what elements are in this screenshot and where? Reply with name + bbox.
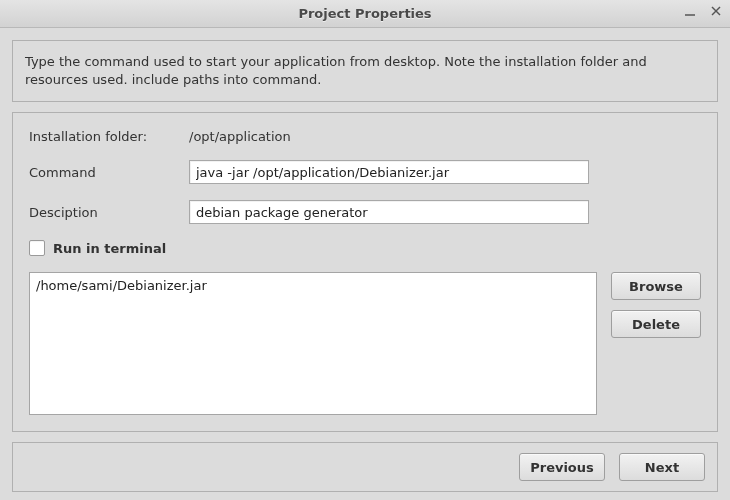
description-input[interactable]	[189, 200, 589, 224]
help-text-frame: Type the command used to start your appl…	[12, 40, 718, 102]
file-list[interactable]: /home/sami/Debianizer.jar	[29, 272, 597, 415]
run-in-terminal-row: Run in terminal	[29, 240, 701, 256]
description-row: Desciption	[29, 200, 701, 224]
wizard-button-bar: Previous Next	[12, 442, 718, 492]
browse-button[interactable]: Browse	[611, 272, 701, 300]
next-button[interactable]: Next	[619, 453, 705, 481]
description-label: Desciption	[29, 205, 189, 220]
file-buttons: Browse Delete	[611, 272, 701, 415]
close-button[interactable]	[708, 4, 724, 20]
form-frame: Installation folder: /opt/application Co…	[12, 112, 718, 432]
delete-button[interactable]: Delete	[611, 310, 701, 338]
help-text: Type the command used to start your appl…	[25, 54, 647, 87]
project-properties-window: Project Properties Type the command used…	[0, 0, 730, 500]
minimize-button[interactable]	[682, 4, 698, 20]
list-item[interactable]: /home/sami/Debianizer.jar	[36, 277, 590, 295]
title-bar: Project Properties	[0, 0, 730, 28]
command-label: Command	[29, 165, 189, 180]
install-folder-row: Installation folder: /opt/application	[29, 129, 701, 144]
install-folder-label: Installation folder:	[29, 129, 189, 144]
run-in-terminal-label: Run in terminal	[53, 241, 166, 256]
command-input[interactable]	[189, 160, 589, 184]
file-area: /home/sami/Debianizer.jar Browse Delete	[29, 272, 701, 415]
run-in-terminal-checkbox[interactable]	[29, 240, 45, 256]
window-controls	[682, 4, 724, 20]
window-title: Project Properties	[0, 6, 730, 21]
previous-button[interactable]: Previous	[519, 453, 605, 481]
install-folder-value: /opt/application	[189, 129, 291, 144]
command-row: Command	[29, 160, 701, 184]
content-area: Type the command used to start your appl…	[0, 28, 730, 500]
